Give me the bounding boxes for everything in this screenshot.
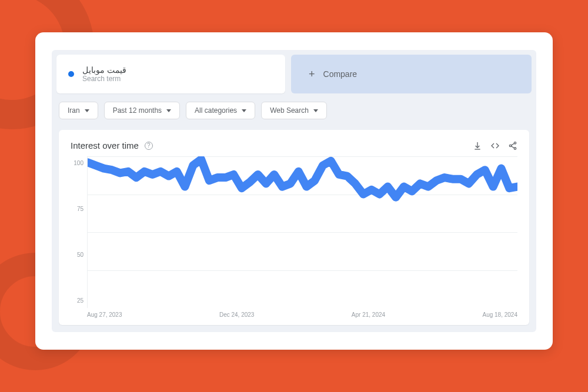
- chart-card: Interest over time ?: [59, 130, 529, 325]
- filter-time-label: Past 12 months: [113, 106, 162, 115]
- filter-type[interactable]: Web Search: [261, 102, 327, 119]
- content-panel: قیمت موبایل Search term + Compare Iran P…: [52, 50, 536, 332]
- chart-title: Interest over time: [71, 140, 139, 150]
- series-color-dot-icon: [68, 71, 74, 77]
- chart-area: 100755025 Aug 27, 2023Dec 24, 2023Apr 21…: [71, 156, 517, 318]
- embed-icon[interactable]: [490, 141, 500, 150]
- download-icon[interactable]: [473, 141, 482, 150]
- share-icon[interactable]: [508, 141, 517, 150]
- chart-line: [88, 156, 517, 308]
- search-term-card[interactable]: قیمت موبایل Search term: [56, 55, 285, 93]
- chevron-down-icon: [85, 109, 89, 112]
- chevron-down-icon: [242, 109, 246, 112]
- filter-row: Iran Past 12 months All categories Web S…: [52, 98, 536, 126]
- y-tick: 100: [71, 160, 83, 166]
- chevron-down-icon: [166, 109, 171, 112]
- x-tick: Apr 21, 2024: [352, 311, 385, 318]
- plot: [87, 156, 517, 308]
- search-term-subtitle: Search term: [82, 75, 126, 83]
- plus-icon: +: [309, 68, 315, 81]
- search-term-text: قیمت موبایل Search term: [82, 65, 126, 83]
- app-frame: قیمت موبایل Search term + Compare Iran P…: [35, 32, 553, 350]
- y-axis: 100755025: [71, 156, 87, 318]
- filter-region[interactable]: Iran: [59, 102, 98, 119]
- chart-title-wrap: Interest over time ?: [71, 140, 153, 150]
- chevron-down-icon: [313, 109, 318, 112]
- x-axis: Aug 27, 2023Dec 24, 2023Apr 21, 2024Aug …: [87, 308, 517, 318]
- y-tick: 50: [71, 252, 83, 258]
- search-compare-row: قیمت موبایل Search term + Compare: [52, 50, 536, 98]
- y-tick: 75: [71, 206, 83, 212]
- x-tick: Aug 27, 2023: [87, 311, 122, 318]
- x-tick: Aug 18, 2024: [482, 311, 517, 318]
- filter-region-label: Iran: [68, 106, 80, 115]
- chart-actions: [473, 141, 517, 150]
- x-tick: Dec 24, 2023: [219, 311, 255, 318]
- compare-label: Compare: [323, 69, 358, 79]
- filter-time[interactable]: Past 12 months: [104, 102, 180, 119]
- filter-category[interactable]: All categories: [186, 102, 255, 119]
- help-icon[interactable]: ?: [145, 142, 153, 150]
- compare-button[interactable]: + Compare: [291, 55, 532, 93]
- filter-type-label: Web Search: [270, 106, 309, 115]
- search-term-title: قیمت موبایل: [82, 65, 126, 75]
- filter-category-label: All categories: [195, 106, 237, 115]
- plot-wrap: Aug 27, 2023Dec 24, 2023Apr 21, 2024Aug …: [87, 156, 517, 318]
- chart-header: Interest over time ?: [71, 140, 517, 150]
- y-tick: 25: [71, 297, 83, 304]
